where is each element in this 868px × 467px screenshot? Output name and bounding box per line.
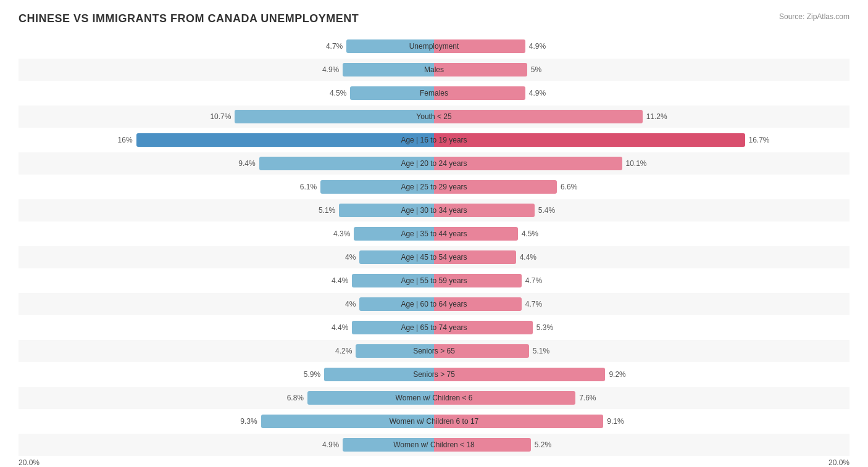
chart-row: 5.9%9.2%Seniors > 75 xyxy=(19,363,849,386)
left-value-label: 5.1% xyxy=(319,206,335,215)
left-value-label: 10.7% xyxy=(210,112,231,121)
left-value-label: 4.9% xyxy=(322,65,339,74)
blue-bar xyxy=(359,250,434,264)
pink-bar xyxy=(434,86,525,100)
chart-container: CHINESE VS IMMIGRANTS FROM CANADA UNEMPL… xyxy=(0,0,868,467)
right-value-label: 5.1% xyxy=(533,347,549,355)
chart-title: CHINESE VS IMMIGRANTS FROM CANADA UNEMPL… xyxy=(19,12,359,25)
chart-row: 5.1%5.4%Age | 30 to 34 years xyxy=(19,199,849,221)
pink-bar xyxy=(434,204,535,217)
chart-row: 4.2%5.1%Seniors > 65 xyxy=(19,340,849,362)
pink-bar xyxy=(434,63,527,76)
axis-labels: 20.0% 20.0% xyxy=(19,458,849,467)
chart-header: CHINESE VS IMMIGRANTS FROM CANADA UNEMPL… xyxy=(19,12,849,25)
pink-bar xyxy=(434,180,557,194)
pink-bar xyxy=(434,227,518,241)
left-value-label: 4.5% xyxy=(330,89,346,97)
chart-row: 4%4.4%Age | 45 to 54 years xyxy=(19,246,849,268)
chart-row: 4.5%4.9%Females xyxy=(19,82,849,104)
right-value-label: 4.7% xyxy=(525,276,542,285)
right-value-label: 4.7% xyxy=(525,300,542,308)
right-value-label: 5.4% xyxy=(538,206,555,215)
blue-bar xyxy=(259,157,434,170)
pink-bar xyxy=(434,133,745,147)
pink-bar xyxy=(434,157,622,170)
pink-bar xyxy=(434,321,533,334)
left-value-label: 4.4% xyxy=(332,276,348,285)
chart-row: 4.9%5%Males xyxy=(19,59,849,81)
blue-bar xyxy=(352,274,434,287)
right-value-label: 11.2% xyxy=(646,112,667,121)
right-value-label: 10.1% xyxy=(626,159,647,168)
right-value-label: 4.4% xyxy=(520,253,536,262)
right-value-label: 5.3% xyxy=(536,323,553,332)
left-value-label: 6.1% xyxy=(300,183,317,191)
pink-bar xyxy=(434,250,516,264)
axis-left-label: 20.0% xyxy=(19,458,40,467)
blue-bar xyxy=(307,391,434,405)
right-value-label: 9.2% xyxy=(609,370,625,379)
right-value-label: 7.6% xyxy=(579,394,596,402)
chart-row: 4.7%4.9%Unemployment xyxy=(19,35,849,57)
blue-bar xyxy=(136,133,434,147)
chart-row: 4%4.7%Age | 60 to 64 years xyxy=(19,293,849,315)
blue-bar xyxy=(339,204,434,217)
blue-bar xyxy=(235,110,434,123)
left-value-label: 4.3% xyxy=(333,229,350,238)
right-value-label: 6.6% xyxy=(561,183,577,191)
blue-bar xyxy=(261,415,434,428)
chart-row: 4.4%5.3%Age | 65 to 74 years xyxy=(19,316,849,339)
left-value-label: 4.2% xyxy=(335,347,352,355)
left-value-label: 4.4% xyxy=(332,323,348,332)
right-value-label: 5.2% xyxy=(535,440,551,449)
chart-body: 4.7%4.9%Unemployment4.9%5%Males4.5%4.9%F… xyxy=(19,35,849,456)
left-value-label: 6.8% xyxy=(287,394,304,402)
chart-row: 4.9%5.2%Women w/ Children < 18 xyxy=(19,434,849,456)
blue-bar xyxy=(324,368,434,381)
right-value-label: 16.7% xyxy=(749,136,770,144)
chart-row: 4.3%4.5%Age | 35 to 44 years xyxy=(19,223,849,245)
chart-row: 6.8%7.6%Women w/ Children < 6 xyxy=(19,387,849,409)
blue-bar xyxy=(343,63,434,76)
blue-bar xyxy=(350,86,434,100)
pink-bar xyxy=(434,344,529,358)
blue-bar xyxy=(320,180,434,194)
blue-bar xyxy=(346,39,434,53)
pink-bar xyxy=(434,415,603,428)
pink-bar xyxy=(434,368,605,381)
chart-row: 4.4%4.7%Age | 55 to 59 years xyxy=(19,270,849,292)
left-value-label: 9.3% xyxy=(240,417,257,426)
left-value-label: 4.9% xyxy=(322,440,339,449)
chart-source: Source: ZipAtlas.com xyxy=(779,12,849,21)
left-value-label: 9.4% xyxy=(238,159,255,168)
chart-row: 9.4%10.1%Age | 20 to 24 years xyxy=(19,152,849,175)
left-value-label: 16% xyxy=(118,136,133,144)
blue-bar xyxy=(354,227,434,241)
axis-right-label: 20.0% xyxy=(828,458,849,467)
chart-row: 6.1%6.6%Age | 25 to 29 years xyxy=(19,176,849,198)
blue-bar xyxy=(356,344,434,358)
blue-bar xyxy=(343,438,434,452)
right-value-label: 5% xyxy=(531,65,541,74)
left-value-label: 4% xyxy=(345,253,356,262)
left-value-label: 5.9% xyxy=(304,370,320,379)
left-value-label: 4% xyxy=(345,300,356,308)
pink-bar xyxy=(434,39,525,53)
left-value-label: 4.7% xyxy=(326,42,343,51)
blue-bar xyxy=(359,297,434,311)
pink-bar xyxy=(434,297,522,311)
right-value-label: 9.1% xyxy=(607,417,624,426)
chart-row: 10.7%11.2%Youth < 25 xyxy=(19,105,849,128)
blue-bar xyxy=(352,321,434,334)
pink-bar xyxy=(434,274,522,287)
right-value-label: 4.9% xyxy=(529,89,546,97)
chart-row: 9.3%9.1%Women w/ Children 6 to 17 xyxy=(19,410,849,432)
right-value-label: 4.9% xyxy=(529,42,546,51)
chart-row: 16%16.7%Age | 16 to 19 years xyxy=(19,129,849,151)
right-value-label: 4.5% xyxy=(522,229,538,238)
pink-bar xyxy=(434,391,575,405)
pink-bar xyxy=(434,110,643,123)
pink-bar xyxy=(434,438,531,452)
